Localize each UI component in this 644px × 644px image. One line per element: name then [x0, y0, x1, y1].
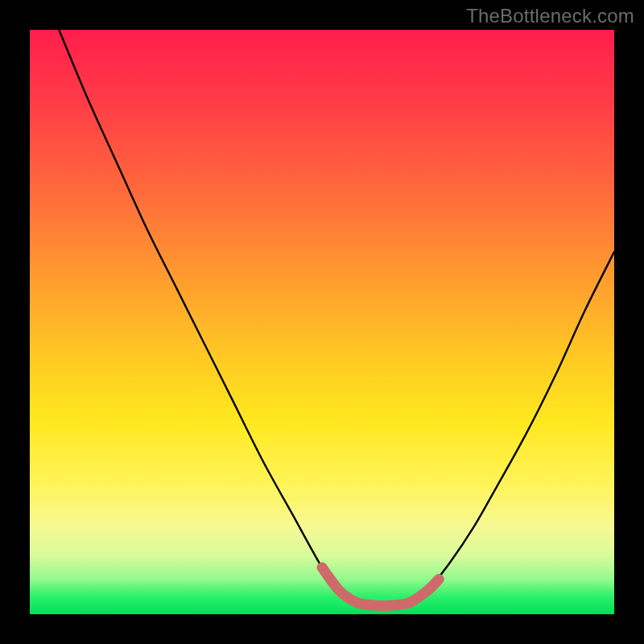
bottleneck-curve [59, 30, 614, 609]
watermark-text: TheBottleneck.com [466, 5, 634, 27]
chart-svg [30, 30, 614, 614]
flat-marker-curve [322, 568, 439, 606]
chart-frame: TheBottleneck.com [0, 0, 644, 644]
